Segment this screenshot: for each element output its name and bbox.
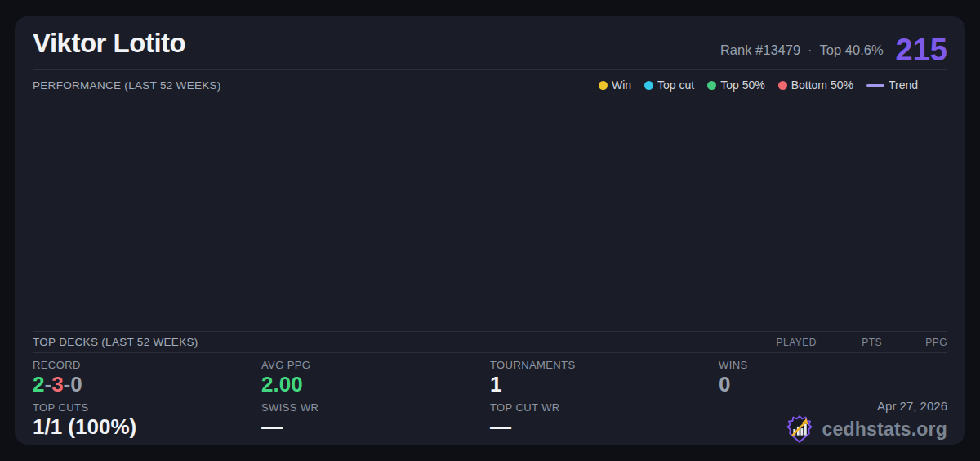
wins-value: 0: [719, 372, 947, 397]
stat-cell-record: RECORD 2-3-0 TOP CUTS 1/1 (100%): [33, 358, 261, 440]
performance-section-title: PERFORMANCE (LAST 52 WEEKS): [33, 79, 221, 92]
top-cuts-value: 1/1 (100%): [33, 414, 261, 440]
performance-header: PERFORMANCE (LAST 52 WEEKS) Win Top cut …: [33, 74, 947, 96]
site-name: cedhstats.org: [822, 418, 947, 441]
legend-label: Top cut: [657, 78, 694, 92]
top-decks-columns: PLAYED PTS PPG: [751, 337, 947, 348]
record-label: RECORD: [33, 358, 261, 372]
top-cut-wr-value: —: [490, 414, 719, 440]
top-decks-divider-bottom: [33, 352, 947, 353]
stat-cell-avg-ppg: AVG PPG 2.00 SWISS WR —: [261, 358, 490, 440]
cedhstats-shield-logo-icon: [784, 414, 815, 444]
top-cuts-label: TOP CUTS: [33, 401, 261, 414]
legend-label: Win: [612, 78, 631, 92]
points-value: 215: [896, 34, 947, 65]
legend-label: Top 50%: [720, 78, 764, 92]
rank-separator: ·: [808, 43, 813, 58]
record-sep: -: [64, 372, 71, 396]
record-sep: -: [44, 372, 51, 396]
column-header-played: PLAYED: [751, 337, 817, 348]
performance-chart: [33, 96, 918, 331]
chart-legend: Win Top cut Top 50% Bottom 50% Trend: [599, 78, 918, 92]
avg-ppg-label: AVG PPG: [261, 358, 490, 372]
trend-line-icon: [866, 84, 884, 87]
legend-item-trend: Trend: [866, 78, 918, 92]
bottom-50-dot-icon: [778, 81, 787, 90]
site-brand: cedhstats.org: [784, 414, 947, 444]
rank-text: Rank #13479: [720, 43, 800, 58]
column-header-ppg: PPG: [882, 337, 947, 348]
avg-ppg-value: 2.00: [261, 372, 490, 397]
legend-item-top-cut: Top cut: [644, 78, 694, 92]
swiss-wr-value: —: [261, 414, 490, 440]
top-50-dot-icon: [707, 81, 716, 90]
column-header-pts: PTS: [817, 337, 882, 348]
top-decks-header: TOP DECKS (LAST 52 WEEKS) PLAYED PTS PPG: [33, 332, 947, 352]
rank-summary: Rank #13479 · Top 40.6% 215: [720, 34, 947, 65]
player-stats-card: Viktor Lotito Rank #13479 · Top 40.6% 21…: [15, 16, 965, 445]
legend-item-win: Win: [599, 78, 631, 92]
stat-cell-tournaments: TOURNAMENTS 1 TOP CUT WR —: [490, 358, 719, 440]
legend-item-bottom-50: Bottom 50%: [778, 78, 853, 92]
tournaments-value: 1: [490, 372, 719, 397]
tournaments-label: TOURNAMENTS: [490, 358, 719, 372]
record-wins: 2: [33, 372, 44, 396]
record-losses: 3: [51, 372, 63, 396]
record-draws: 0: [70, 372, 82, 396]
header-divider: [33, 69, 947, 70]
legend-label: Trend: [889, 78, 918, 92]
record-value: 2-3-0: [33, 372, 261, 397]
top-cut-dot-icon: [644, 81, 653, 90]
legend-label: Bottom 50%: [791, 78, 853, 92]
swiss-wr-label: SWISS WR: [261, 401, 490, 414]
report-date: Apr 27, 2026: [877, 399, 947, 413]
top-cut-wr-label: TOP CUT WR: [490, 401, 719, 414]
page-title: Viktor Lotito: [33, 28, 185, 59]
win-dot-icon: [599, 81, 608, 90]
rank-line: Rank #13479 · Top 40.6%: [720, 43, 884, 58]
top-decks-section-title: TOP DECKS (LAST 52 WEEKS): [33, 336, 198, 348]
legend-item-top-50: Top 50%: [707, 78, 764, 92]
wins-label: WINS: [719, 358, 947, 372]
top-percent-text: Top 40.6%: [820, 43, 884, 58]
